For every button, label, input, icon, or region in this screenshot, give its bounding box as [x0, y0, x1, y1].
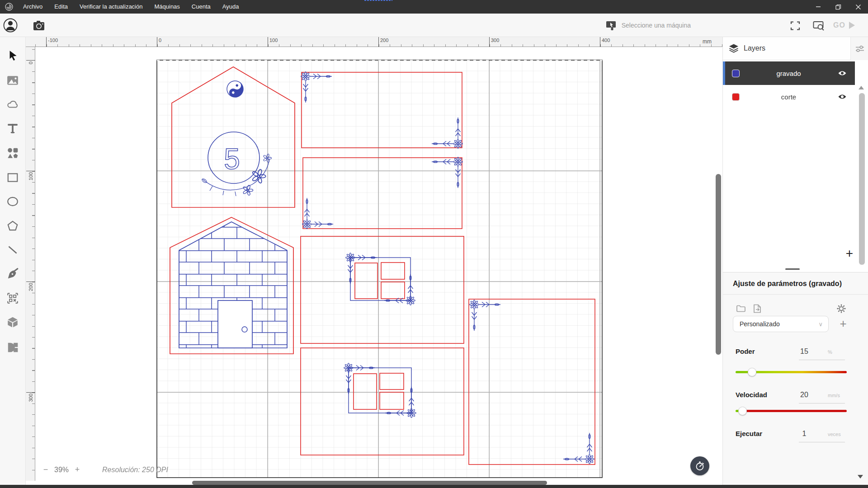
- cloud-tool-icon[interactable]: [6, 98, 19, 111]
- menu-cuenta[interactable]: Cuenta: [186, 0, 217, 14]
- menu-edita[interactable]: Edita: [48, 0, 74, 14]
- menu-verificar[interactable]: Verificar la actualización: [74, 0, 148, 14]
- parameters-tab[interactable]: [850, 37, 868, 60]
- menubar: Archivo Edita Verificar la actualización…: [17, 0, 245, 14]
- titlebar-accent: [364, 0, 392, 1]
- menu-ayuda[interactable]: Ayuda: [217, 0, 245, 14]
- speed-slider-thumb[interactable]: [738, 407, 747, 415]
- zoom-in-button[interactable]: +: [71, 465, 83, 474]
- layers-tab[interactable]: Layers: [723, 37, 868, 60]
- time-estimate-button[interactable]: [690, 456, 709, 475]
- power-slider[interactable]: [736, 371, 847, 373]
- repeat-unit: veces: [828, 432, 850, 437]
- open-preset-folder-icon[interactable]: [736, 303, 746, 314]
- machine-select-icon: [605, 19, 617, 31]
- divider-drag-handle[interactable]: [785, 268, 800, 270]
- zoom-out-button[interactable]: −: [40, 465, 52, 474]
- repeat-value[interactable]: 1: [791, 430, 818, 438]
- speed-value[interactable]: 20: [791, 391, 818, 399]
- tool-palette: [0, 37, 26, 488]
- layers-icon: [728, 43, 739, 54]
- ruler-label: 100: [26, 171, 35, 180]
- zoom-controls: − 39% + Resolución: 250 DPI: [40, 465, 168, 474]
- layer-row-gravado[interactable]: gravado: [723, 61, 855, 85]
- menu-archivo[interactable]: Archivo: [17, 0, 48, 14]
- layer-list-scroll-up[interactable]: [859, 86, 864, 89]
- machine-select[interactable]: Seleccione una máquina: [605, 14, 691, 37]
- divider: [723, 294, 868, 295]
- add-layer-button[interactable]: +: [843, 248, 856, 260]
- boxgen-tool-icon[interactable]: [6, 316, 19, 328]
- line-tool-icon[interactable]: [6, 244, 19, 256]
- layer-color-swatch[interactable]: [732, 70, 740, 77]
- panel-scroll-down-arrow[interactable]: [858, 475, 863, 479]
- polygon-tool-icon[interactable]: [6, 220, 19, 232]
- design-market-tool-icon[interactable]: [6, 341, 19, 354]
- resolution-label: Resolución: 250 DPI: [102, 466, 168, 474]
- layer-name: corte: [740, 93, 838, 101]
- canvas-horizontal-scrollbar[interactable]: [192, 481, 547, 485]
- panel-divider[interactable]: [723, 265, 868, 272]
- sliders-icon: [854, 43, 865, 54]
- ellipse-tool-icon[interactable]: [6, 195, 19, 208]
- power-value[interactable]: 15: [791, 347, 818, 356]
- rectangle-tool-icon[interactable]: [6, 171, 19, 184]
- layer-color-swatch[interactable]: [732, 93, 740, 101]
- repeat-input-underline: [799, 442, 845, 442]
- frame-button[interactable]: [789, 20, 801, 33]
- speed-slider[interactable]: [736, 410, 847, 412]
- layer-row-corte[interactable]: corte: [723, 85, 855, 108]
- titlebar: Archivo Edita Verificar la actualización…: [0, 0, 868, 14]
- horizontal-ruler: -100 0 100 200 300 400 mm: [26, 37, 722, 47]
- power-input-underline: [799, 360, 845, 360]
- go-button[interactable]: GO: [833, 14, 855, 37]
- close-button[interactable]: [848, 0, 868, 14]
- pen-tool-icon[interactable]: [6, 267, 19, 280]
- speed-label: Velocidad: [736, 391, 767, 399]
- canvas[interactable]: 5: [35, 47, 722, 481]
- window-controls: [808, 0, 868, 14]
- elements-tool-icon[interactable]: [6, 147, 19, 160]
- select-tool-icon[interactable]: [6, 50, 19, 62]
- chevron-down-icon: ∨: [818, 321, 823, 328]
- canvas-area[interactable]: 5: [35, 47, 722, 481]
- zoom-level: 39%: [54, 466, 69, 474]
- ruler-label: 100: [268, 37, 278, 47]
- ruler-label: 200: [378, 37, 388, 47]
- machine-select-label: Seleccione una máquina: [622, 22, 691, 29]
- layer-visibility-eye-icon[interactable]: [838, 93, 847, 100]
- parameters-panel: Ajuste de parámetros (gravado) Personali…: [723, 272, 868, 485]
- ruler-label: 200: [26, 282, 35, 291]
- ruler-label: 400: [600, 37, 610, 47]
- ruler-label: 0: [26, 60, 35, 64]
- export-preset-icon[interactable]: [752, 303, 763, 314]
- camera-icon[interactable]: [33, 20, 45, 31]
- layer-list-scrollbar[interactable]: [859, 93, 865, 265]
- canvas-vertical-scrollbar[interactable]: [716, 174, 721, 355]
- stopwatch-icon: [694, 460, 705, 471]
- power-label: Poder: [736, 347, 755, 355]
- layer-visibility-eye-icon[interactable]: [838, 70, 847, 77]
- app-logo-icon: [4, 1, 14, 12]
- menu-maquinas[interactable]: Máquinas: [148, 0, 185, 14]
- preset-selected-value: Personalizado: [740, 320, 818, 328]
- vertical-ruler: 0 100 200 300: [26, 47, 35, 481]
- minimize-button[interactable]: [808, 0, 828, 14]
- play-icon: [848, 21, 855, 29]
- image-tool-icon[interactable]: [6, 74, 19, 87]
- selected-layer-accent: [723, 61, 725, 85]
- add-preset-button[interactable]: +: [837, 318, 849, 330]
- parameter-settings-gear-icon[interactable]: [836, 303, 847, 314]
- account-avatar-icon[interactable]: [3, 18, 18, 33]
- power-slider-thumb[interactable]: [748, 368, 756, 376]
- text-tool-icon[interactable]: [6, 122, 19, 135]
- window-bottom-edge: [0, 485, 868, 488]
- right-panel: Layers gravado corte: [722, 37, 868, 485]
- preset-dropdown[interactable]: Personalizado ∨: [733, 316, 829, 332]
- restore-button[interactable]: [828, 0, 848, 14]
- camera-preview-button[interactable]: [813, 20, 825, 33]
- ruler-label: -100: [46, 37, 58, 47]
- secondary-toolbar: Seleccione una máquina GO: [0, 14, 868, 37]
- ruler-unit-label: mm: [703, 38, 712, 45]
- qr-code-tool-icon[interactable]: [6, 292, 19, 305]
